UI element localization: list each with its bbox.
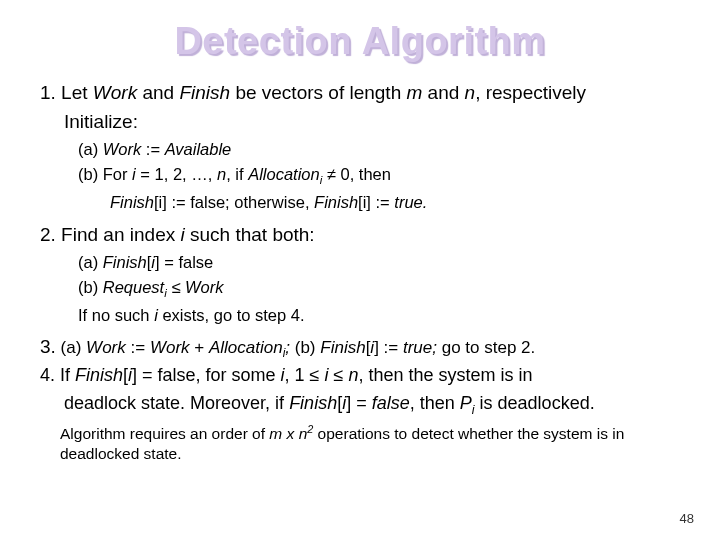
var-finish: Finish (75, 365, 123, 385)
page-number: 48 (680, 511, 694, 526)
var-allocation: Allocation (209, 338, 283, 357)
step-4: 4. If Finish[i] = false, for some i, 1 ≤… (40, 364, 680, 387)
algorithm-note: Algorithm requires an order of m x n2 op… (60, 422, 680, 464)
step-1-intro: 1. Let Work and Finish be vectors of len… (40, 81, 680, 106)
var-finish: Finish (289, 393, 337, 413)
step-4-cont: deadlock state. Moreover, if Finish[i] =… (64, 392, 680, 418)
text: ] = false (155, 253, 213, 271)
var-allocation: Allocation (248, 165, 320, 183)
text: := (141, 140, 164, 158)
text: be vectors of length (230, 82, 406, 103)
text: , then (410, 393, 460, 413)
var-finish: Finish (110, 193, 154, 211)
text: (a) (78, 253, 103, 271)
text: (b) For (78, 165, 132, 183)
text: , 1 ≤ (285, 365, 325, 385)
text: (b) (78, 278, 103, 296)
text: 2. Find an index (40, 224, 180, 245)
slide-title: Detection Algorithm (40, 20, 680, 63)
text: and (137, 82, 179, 103)
step-1b-cont: Finish[i] := false; otherwise, Finish[i]… (110, 191, 680, 213)
val-false: false (372, 393, 410, 413)
text: exists, go to step 4. (158, 306, 305, 324)
text: such that both: (185, 224, 315, 245)
var-work: Work (103, 140, 142, 158)
var-n: n (348, 365, 358, 385)
step-2b: (b) Requesti ≤ Work (78, 276, 680, 302)
step-2-nosuch: If no such i exists, go to step 4. (78, 304, 680, 326)
text: 1. Let (40, 82, 93, 103)
text: ≠ 0, then (322, 165, 391, 183)
text: deadlock state. Moreover, if (64, 393, 289, 413)
var-work: Work (185, 278, 224, 296)
text: go to step 2. (437, 338, 535, 357)
step-2: 2. Find an index i such that both: (a) F… (40, 223, 680, 326)
var-finish: Finish (179, 82, 230, 103)
text: ≤ (167, 278, 185, 296)
text: ] := (374, 338, 403, 357)
text: ≤ (329, 365, 349, 385)
text: If no such (78, 306, 154, 324)
text: [i] := (358, 193, 394, 211)
text: [i] := false; otherwise, (154, 193, 314, 211)
var-p: P (460, 393, 472, 413)
var-n: n (465, 82, 476, 103)
var-n: n (217, 165, 226, 183)
var-work: Work (93, 82, 137, 103)
var-finish: Finish (314, 193, 358, 211)
step-3: 3. (a) Work := Work + Allocationi; (b) F… (40, 336, 680, 360)
text: + (190, 338, 209, 357)
text: ] = (346, 393, 372, 413)
var-work: Work (150, 338, 190, 357)
val-true: true; (403, 338, 437, 357)
var-request: Request (103, 278, 164, 296)
step-2-intro: 2. Find an index i such that both: (40, 223, 680, 248)
text: (a) (78, 140, 103, 158)
var-m: m (407, 82, 423, 103)
step-1-initialize: Initialize: (64, 110, 680, 135)
text: , then the system is in (358, 365, 532, 385)
step-1b: (b) For i = 1, 2, …, n, if Allocationi ≠… (78, 163, 680, 189)
var-finish: Finish (103, 253, 147, 271)
complexity: m x n (269, 425, 307, 442)
text: = 1, 2, …, (136, 165, 217, 183)
text: , if (226, 165, 248, 183)
text: (b) (290, 338, 320, 357)
var-finish: Finish (320, 338, 365, 357)
step-1: 1. Let Work and Finish be vectors of len… (40, 81, 680, 213)
text: 4. If (40, 365, 75, 385)
text: Algorithm requires an order of (60, 425, 269, 442)
var-work: Work (86, 338, 126, 357)
step-2a: (a) Finish[i] = false (78, 251, 680, 273)
text: ] = false, for some (132, 365, 281, 385)
text: and (422, 82, 464, 103)
val-true: true. (394, 193, 427, 211)
text: := (126, 338, 150, 357)
text: , respectively (475, 82, 586, 103)
step-1a: (a) Work := Available (78, 138, 680, 160)
step-number: 3. (40, 336, 56, 357)
var-available: Available (165, 140, 232, 158)
text: is deadlocked. (475, 393, 595, 413)
text: (a) (56, 338, 86, 357)
